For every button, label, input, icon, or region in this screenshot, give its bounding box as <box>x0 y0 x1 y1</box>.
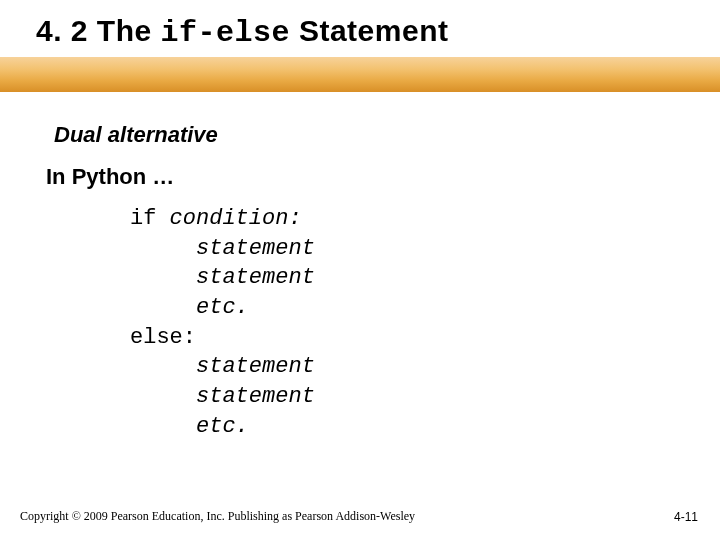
code-stmt-1: statement <box>196 236 315 261</box>
title-code: if-else <box>161 16 291 50</box>
code-stmt-2: statement <box>196 265 315 290</box>
lead-text: In Python … <box>46 164 174 190</box>
code-etc-1: etc. <box>196 295 249 320</box>
code-stmt-4: statement <box>196 384 315 409</box>
subtitle: Dual alternative <box>54 122 218 148</box>
code-etc-2: etc. <box>196 414 249 439</box>
code-condition: condition: <box>170 206 302 231</box>
code-else-kw: else: <box>130 325 196 350</box>
slide: 4. 2 The if-else Statement Dual alternat… <box>0 0 720 540</box>
code-block: if condition: statement statement etc. e… <box>130 204 315 442</box>
code-if-kw: if <box>130 206 170 231</box>
footer-copyright: Copyright © 2009 Pearson Education, Inc.… <box>20 509 415 524</box>
slide-title: 4. 2 The if-else Statement <box>36 14 448 50</box>
title-suffix: Statement <box>290 14 448 47</box>
footer-page-number: 4-11 <box>674 510 698 524</box>
title-prefix: 4. 2 The <box>36 14 161 47</box>
code-stmt-3: statement <box>196 354 315 379</box>
